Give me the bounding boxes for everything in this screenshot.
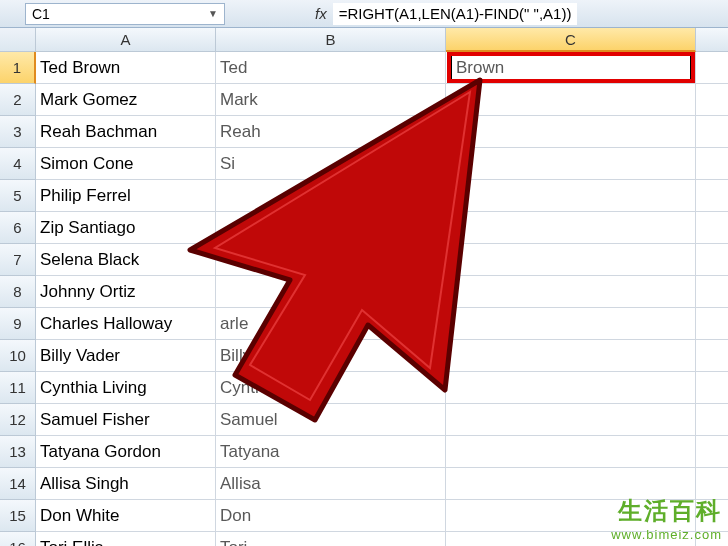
cell[interactable]: Ted Brown — [36, 52, 216, 84]
cell[interactable]: Cyntha — [216, 372, 446, 404]
cell[interactable]: Tori — [216, 532, 446, 546]
cell[interactable] — [696, 84, 728, 116]
cell[interactable]: Tatyana — [216, 436, 446, 468]
cell[interactable] — [446, 180, 696, 212]
row-header[interactable]: 3 — [0, 116, 36, 148]
formula-section: fx =RIGHT(A1,LEN(A1)-FIND(" ",A1)) — [315, 3, 581, 25]
cell[interactable] — [216, 244, 446, 276]
cell[interactable]: Simon Cone — [36, 148, 216, 180]
cell[interactable] — [696, 436, 728, 468]
row-header[interactable]: 8 — [0, 276, 36, 308]
cell[interactable] — [696, 148, 728, 180]
cell[interactable] — [696, 244, 728, 276]
row-header[interactable]: 7 — [0, 244, 36, 276]
cell[interactable]: Reah Bachman — [36, 116, 216, 148]
cell[interactable] — [216, 180, 446, 212]
cell[interactable]: Selena Black — [36, 244, 216, 276]
cell[interactable] — [446, 436, 696, 468]
name-box-dropdown-icon[interactable]: ▼ — [208, 8, 218, 19]
cell[interactable]: Tori Ellis — [36, 532, 216, 546]
row-header[interactable]: 13 — [0, 436, 36, 468]
row-header[interactable]: 1 — [0, 52, 36, 84]
cell[interactable] — [446, 212, 696, 244]
cell[interactable]: Ted — [216, 52, 446, 84]
watermark-text: 生活百科 — [611, 495, 722, 527]
cell[interactable] — [696, 116, 728, 148]
cell[interactable]: Tatyana Gordon — [36, 436, 216, 468]
cell[interactable]: Johnny Ortiz — [36, 276, 216, 308]
cell[interactable]: Reah — [216, 116, 446, 148]
cell[interactable] — [216, 276, 446, 308]
column-header-c[interactable]: C — [446, 28, 696, 52]
cell[interactable] — [446, 116, 696, 148]
cell[interactable]: Allisa — [216, 468, 446, 500]
row-header[interactable]: 9 — [0, 308, 36, 340]
row-header[interactable]: 10 — [0, 340, 36, 372]
cell[interactable] — [446, 148, 696, 180]
row-header[interactable]: 2 — [0, 84, 36, 116]
cell[interactable] — [446, 84, 696, 116]
cell[interactable] — [696, 212, 728, 244]
row-header[interactable]: 5 — [0, 180, 36, 212]
cell[interactable]: Mark Gomez — [36, 84, 216, 116]
cell[interactable] — [446, 244, 696, 276]
cell[interactable] — [446, 276, 696, 308]
cell[interactable] — [446, 340, 696, 372]
cell[interactable]: arle — [216, 308, 446, 340]
formula-bar: C1 ▼ fx =RIGHT(A1,LEN(A1)-FIND(" ",A1)) — [0, 0, 728, 28]
cell[interactable]: Allisa Singh — [36, 468, 216, 500]
cell[interactable]: Samuel — [216, 404, 446, 436]
name-box[interactable]: C1 ▼ — [25, 3, 225, 25]
column-header-a[interactable]: A — [36, 28, 216, 52]
cell[interactable]: Philip Ferrel — [36, 180, 216, 212]
row-header[interactable]: 11 — [0, 372, 36, 404]
cell[interactable] — [696, 308, 728, 340]
cell[interactable] — [216, 212, 446, 244]
fx-icon[interactable]: fx — [315, 5, 327, 22]
row-header[interactable]: 14 — [0, 468, 36, 500]
watermark-url: www.bimeiz.com — [611, 527, 722, 542]
row-header[interactable]: 15 — [0, 500, 36, 532]
row-header[interactable]: 16 — [0, 532, 36, 546]
row-header[interactable]: 6 — [0, 212, 36, 244]
select-all-corner[interactable] — [0, 28, 36, 52]
cell[interactable]: Billy — [216, 340, 446, 372]
row-header[interactable]: 12 — [0, 404, 36, 436]
cell[interactable] — [696, 372, 728, 404]
row-header[interactable]: 4 — [0, 148, 36, 180]
column-header-b[interactable]: B — [216, 28, 446, 52]
cell[interactable] — [446, 372, 696, 404]
cell[interactable] — [696, 180, 728, 212]
cell[interactable] — [446, 308, 696, 340]
cell[interactable]: Charles Halloway — [36, 308, 216, 340]
cell[interactable]: Don White — [36, 500, 216, 532]
cell-reference: C1 — [32, 6, 50, 22]
cell[interactable] — [696, 52, 728, 84]
watermark: 生活百科 www.bimeiz.com — [611, 495, 722, 542]
cell[interactable] — [446, 404, 696, 436]
column-header[interactable] — [696, 28, 728, 52]
spreadsheet-grid[interactable]: ABC1Ted BrownTedBrown2Mark GomezMark3Rea… — [0, 28, 728, 546]
cell[interactable]: Zip Santiago — [36, 212, 216, 244]
cell[interactable]: Cynthia Living — [36, 372, 216, 404]
active-cell[interactable]: Brown — [446, 52, 696, 84]
cell[interactable]: Samuel Fisher — [36, 404, 216, 436]
cell[interactable] — [696, 340, 728, 372]
cell[interactable] — [696, 276, 728, 308]
cell[interactable]: Mark — [216, 84, 446, 116]
cell[interactable]: Si — [216, 148, 446, 180]
formula-input[interactable]: =RIGHT(A1,LEN(A1)-FIND(" ",A1)) — [333, 3, 578, 25]
cell[interactable] — [696, 404, 728, 436]
cell[interactable]: Don — [216, 500, 446, 532]
cell[interactable]: Billy Vader — [36, 340, 216, 372]
